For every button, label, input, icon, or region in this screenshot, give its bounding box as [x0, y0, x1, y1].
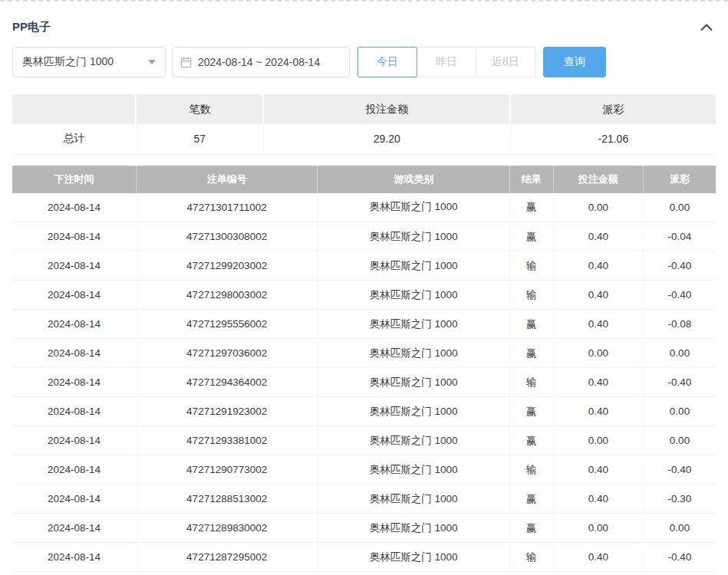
bet-time-cell: 2024-08-14: [12, 193, 136, 222]
summary-header-blank: [12, 94, 136, 124]
result-cell: 赢: [509, 339, 553, 368]
result-cell: 输: [509, 543, 553, 572]
order-number-cell: 47271301711002: [136, 193, 318, 222]
bet-amount-cell: 0.40: [553, 543, 643, 572]
bet-amount-cell: 0.40: [553, 368, 643, 397]
order-number-cell: 47271288513002: [136, 485, 318, 514]
payout-cell: 0.00: [644, 514, 716, 543]
bet-records-table: 下注时间 注单编号 游戏类别 结果 投注金额 派彩 2024-08-14 472…: [12, 166, 716, 573]
game-select-value: 奥林匹斯之门 1000: [22, 55, 114, 69]
bet-amount-cell: 0.40: [553, 281, 643, 310]
bet-amount-cell: 0.00: [553, 193, 643, 222]
result-cell: 赢: [509, 485, 553, 514]
result-cell: 输: [509, 455, 553, 485]
date-range-value: 2024-08-14 ~ 2024-08-14: [198, 56, 320, 68]
payout-cell: -0.40: [644, 281, 716, 310]
game-type-cell: 奥林匹斯之门 1000: [318, 339, 509, 368]
bet-time-cell: 2024-08-14: [12, 339, 136, 368]
collapse-panel-button[interactable]: [697, 22, 716, 33]
order-number-cell: 47271299203002: [136, 251, 318, 281]
payout-cell: -0.30: [644, 485, 716, 514]
payout-cell: 0.00: [644, 339, 716, 368]
bet-time-cell: 2024-08-14: [12, 310, 136, 339]
payout-cell: -0.40: [644, 368, 716, 397]
bet-amount-cell: 0.40: [553, 222, 643, 251]
payout-cell: -0.40: [644, 543, 716, 572]
bet-amount-cell: 0.40: [553, 310, 643, 339]
game-type-cell: 奥林匹斯之门 1000: [318, 281, 509, 310]
result-cell: 赢: [509, 514, 553, 543]
bet-time-cell: 2024-08-14: [12, 543, 136, 572]
bet-amount-cell: 0.40: [553, 397, 643, 426]
summary-total-row: 总计 57 29.20 -21.06: [12, 124, 716, 154]
table-row: 2024-08-14 47271301711002 奥林匹斯之门 1000 赢 …: [12, 193, 716, 222]
table-row: 2024-08-14 47271299203002 奥林匹斯之门 1000 输 …: [12, 251, 716, 281]
pp-games-panel: PP电子 奥林匹斯之门 1000 2024-08-14 ~ 2024-08-14: [0, 2, 728, 572]
payout-cell: 0.00: [644, 193, 716, 222]
game-type-cell: 奥林匹斯之门 1000: [318, 514, 509, 543]
result-cell: 赢: [509, 222, 553, 251]
order-number-cell: 47271294364002: [136, 368, 318, 397]
bet-time-cell: 2024-08-14: [12, 426, 136, 455]
game-type-cell: 奥林匹斯之门 1000: [318, 397, 509, 426]
game-type-cell: 奥林匹斯之门 1000: [318, 310, 509, 339]
bet-time-cell: 2024-08-14: [12, 514, 136, 543]
table-row: 2024-08-14 47271295556002 奥林匹斯之门 1000 赢 …: [12, 310, 716, 339]
payout-cell: -0.04: [644, 222, 716, 251]
bet-amount-cell: 0.00: [553, 426, 643, 455]
game-type-cell: 奥林匹斯之门 1000: [318, 368, 509, 397]
game-type-cell: 奥林匹斯之门 1000: [318, 455, 509, 485]
bet-time-cell: 2024-08-14: [12, 485, 136, 514]
header-order-number: 注单编号: [136, 166, 318, 193]
panel-title: PP电子: [12, 20, 51, 34]
order-number-cell: 47271287295002: [136, 543, 318, 572]
table-row: 2024-08-14 47271287295002 奥林匹斯之门 1000 输 …: [12, 543, 716, 572]
bet-amount-cell: 0.40: [553, 485, 643, 514]
quick-range-button[interactable]: 近8日: [476, 47, 535, 77]
quick-range-group: 今日 昨日 近8日: [357, 47, 535, 77]
summary-payout-value: -21.06: [510, 124, 716, 154]
search-button[interactable]: 查询: [543, 47, 606, 77]
table-row: 2024-08-14 47271288513002 奥林匹斯之门 1000 赢 …: [12, 485, 716, 514]
summary-total-label: 总计: [12, 124, 136, 154]
quick-range-button[interactable]: 今日: [357, 47, 417, 77]
payout-cell: 0.00: [644, 426, 716, 455]
order-number-cell: 47271291923002: [136, 397, 318, 426]
table-row: 2024-08-14 47271294364002 奥林匹斯之门 1000 输 …: [12, 368, 716, 397]
order-number-cell: 47271295556002: [136, 310, 318, 339]
header-result: 结果: [509, 166, 553, 193]
result-cell: 赢: [509, 397, 553, 426]
bet-amount-cell: 0.40: [553, 455, 643, 485]
chevron-up-icon: [700, 22, 713, 34]
payout-cell: 0.00: [644, 397, 716, 426]
quick-range-button[interactable]: 昨日: [417, 47, 476, 77]
header-bet-time: 下注时间: [12, 166, 136, 193]
summary-header-row: 笔数 投注金额 派彩: [12, 94, 716, 124]
panel-header: PP电子: [12, 2, 716, 47]
order-number-cell: 47271297036002: [136, 339, 318, 368]
payout-cell: -0.08: [644, 310, 716, 339]
result-cell: 赢: [509, 310, 553, 339]
bet-time-cell: 2024-08-14: [12, 281, 136, 310]
bet-time-cell: 2024-08-14: [12, 455, 136, 485]
game-select[interactable]: 奥林匹斯之门 1000: [12, 47, 166, 77]
result-cell: 赢: [509, 426, 553, 455]
summary-bet-value: 29.20: [263, 124, 510, 154]
game-type-cell: 奥林匹斯之门 1000: [318, 222, 509, 251]
summary-table: 笔数 投注金额 派彩 总计 57 29.20 -21.06: [12, 94, 716, 155]
table-row: 2024-08-14 47271300308002 奥林匹斯之门 1000 赢 …: [12, 222, 716, 251]
payout-cell: -0.40: [644, 455, 716, 485]
calendar-icon: [180, 57, 192, 68]
header-payout: 派彩: [644, 166, 716, 193]
date-range-input[interactable]: 2024-08-14 ~ 2024-08-14: [172, 47, 350, 77]
order-number-cell: 47271290773002: [136, 455, 318, 485]
result-cell: 输: [509, 251, 553, 281]
summary-header-payout: 派彩: [510, 94, 716, 124]
payout-cell: -0.40: [644, 251, 716, 281]
bet-time-cell: 2024-08-14: [12, 251, 136, 281]
bet-time-cell: 2024-08-14: [12, 222, 136, 251]
order-number-cell: 47271289830002: [136, 514, 318, 543]
table-row: 2024-08-14 47271291923002 奥林匹斯之门 1000 赢 …: [12, 397, 716, 426]
summary-header-bet: 投注金额: [263, 94, 510, 124]
table-row: 2024-08-14 47271290773002 奥林匹斯之门 1000 输 …: [12, 455, 716, 485]
